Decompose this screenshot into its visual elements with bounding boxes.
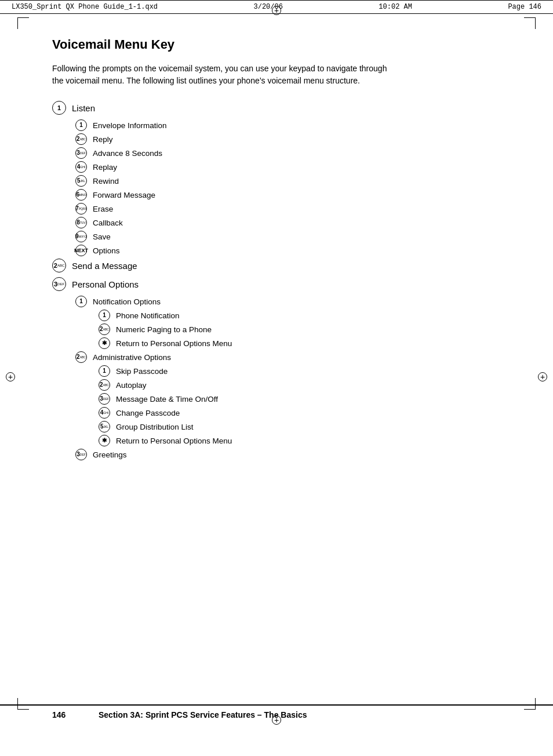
menu-item-label: Return to Personal Options Menu bbox=[116, 339, 232, 348]
menu-item: 4GHI Change Passcode bbox=[99, 407, 501, 419]
menu-item-label: Erase bbox=[93, 205, 113, 213]
menu-item-label: Group Distribution List bbox=[116, 423, 194, 431]
key-2-icon: 2ABC bbox=[99, 324, 110, 335]
reg-mark-left bbox=[6, 372, 15, 384]
menu-item-label: Notification Options bbox=[93, 297, 161, 306]
menu-item-label: Message Date & Time On/Off bbox=[116, 395, 218, 404]
key-3-icon: 3DEF bbox=[52, 277, 66, 291]
menu-item: 1 Listen bbox=[52, 101, 501, 115]
menu-item: 3DEF Personal Options bbox=[52, 277, 501, 291]
menu-item-label: Send a Message bbox=[72, 261, 137, 271]
menu-item: 1 Skip Passcode bbox=[99, 365, 501, 377]
menu-item-label: Greetings bbox=[93, 450, 127, 459]
menu-item-label: Replay bbox=[93, 163, 117, 172]
menu-item: 4GHI Replay bbox=[75, 161, 501, 173]
menu-item: 1 Envelope Information bbox=[75, 119, 501, 131]
menu-item-label: Autoplay bbox=[116, 381, 147, 390]
menu-item: 1 Phone Notification bbox=[99, 310, 501, 321]
key-1-icon: 1 bbox=[99, 310, 110, 321]
menu-item: 3DEF Advance 8 Seconds bbox=[75, 147, 501, 159]
page-container: LX350_Sprint QX Phone Guide_1-1.qxd 3/20… bbox=[0, 0, 553, 756]
key-*-icon: ✱ bbox=[99, 435, 110, 446]
key-2-icon: 2ABC bbox=[52, 259, 66, 272]
key-1-icon: 1 bbox=[99, 365, 110, 377]
menu-item: 2ABC Send a Message bbox=[52, 259, 501, 272]
menu-item-label: Reply bbox=[93, 135, 113, 144]
key-2-icon: 2ABC bbox=[75, 133, 87, 145]
key-9-icon: 9WXYZ bbox=[75, 231, 87, 242]
key-3-icon: 3DEF bbox=[99, 393, 110, 405]
menu-item: 2ABC Administrative Options bbox=[75, 351, 501, 363]
menu-root: 1 Listen 1 Envelope Information 2ABC Rep… bbox=[52, 101, 501, 460]
key-0-icon: NEXT bbox=[75, 245, 87, 256]
menu-item-label: Envelope Information bbox=[93, 121, 167, 130]
menu-item-label: Forward Message bbox=[93, 191, 155, 199]
menu-item-label: Options bbox=[93, 246, 120, 255]
menu-item: 1 Notification Options bbox=[75, 296, 501, 307]
menu-item-label: Skip Passcode bbox=[116, 367, 168, 376]
menu-item: 5JKL Rewind bbox=[75, 175, 501, 187]
page-title: Voicemail Menu Key bbox=[52, 37, 501, 52]
menu-item: 7PQRS Erase bbox=[75, 203, 501, 215]
key-4-icon: 4GHI bbox=[99, 407, 110, 419]
menu-item: ✱ Return to Personal Options Menu bbox=[99, 435, 501, 446]
menu-item: 2ABC Autoplay bbox=[99, 379, 501, 391]
menu-item-label: Numeric Paging to a Phone bbox=[116, 325, 212, 334]
menu-item-label: Administrative Options bbox=[93, 353, 171, 362]
menu-item-label: Personal Options bbox=[72, 279, 139, 289]
key-3-icon: 3DEF bbox=[75, 147, 87, 159]
key-1-icon: 1 bbox=[52, 101, 66, 115]
reg-mark-right bbox=[538, 372, 547, 384]
menu-item-label: Callback bbox=[93, 219, 123, 227]
key-4-icon: 4GHI bbox=[75, 161, 87, 173]
menu-item-label: Return to Personal Options Menu bbox=[116, 437, 232, 445]
menu-item: NEXT Options bbox=[75, 245, 501, 256]
menu-item-label: Phone Notification bbox=[116, 311, 180, 320]
menu-item: 3DEF Greetings bbox=[75, 449, 501, 460]
crop-mark-tr bbox=[524, 17, 536, 29]
header-filename: LX350_Sprint QX Phone Guide_1-1.qxd bbox=[12, 3, 158, 11]
reg-mark-top bbox=[272, 6, 281, 17]
key-6-icon: 6MNO bbox=[75, 189, 87, 201]
menu-item-label: Advance 8 Seconds bbox=[93, 149, 162, 158]
menu-item-label: Listen bbox=[72, 103, 95, 113]
key-5-icon: 5JKL bbox=[99, 421, 110, 432]
menu-item-label: Rewind bbox=[93, 177, 119, 186]
menu-item: 9WXYZ Save bbox=[75, 231, 501, 242]
menu-item: 6MNO Forward Message bbox=[75, 189, 501, 201]
menu-item: 2ABC Reply bbox=[75, 133, 501, 145]
menu-item: ✱ Return to Personal Options Menu bbox=[99, 337, 501, 349]
reg-mark-bottom bbox=[272, 715, 281, 727]
key-5-icon: 5JKL bbox=[75, 175, 87, 187]
crop-mark-tl bbox=[17, 17, 29, 29]
key-*-icon: ✱ bbox=[99, 337, 110, 349]
menu-item-label: Save bbox=[93, 232, 111, 241]
content-area: Voicemail Menu Key Following the prompts… bbox=[0, 14, 553, 486]
key-2-icon: 2ABC bbox=[99, 379, 110, 391]
menu-item: 5JKL Group Distribution List bbox=[99, 421, 501, 432]
menu-item: 3DEF Message Date & Time On/Off bbox=[99, 393, 501, 405]
key-3-icon: 3DEF bbox=[75, 449, 87, 460]
key-2-icon: 2ABC bbox=[75, 351, 87, 363]
menu-item: 2ABC Numeric Paging to a Phone bbox=[99, 324, 501, 335]
intro-text: Following the prompts on the voicemail s… bbox=[52, 63, 388, 87]
header-page: Page 146 bbox=[508, 3, 541, 11]
key-1-icon: 1 bbox=[75, 119, 87, 131]
header-time: 10:02 AM bbox=[379, 3, 412, 11]
menu-item-label: Change Passcode bbox=[116, 409, 180, 417]
key-8-icon: 8TUV bbox=[75, 217, 87, 228]
key-7-icon: 7PQRS bbox=[75, 203, 87, 215]
menu-item: 8TUV Callback bbox=[75, 217, 501, 228]
footer-page-number: 146 bbox=[52, 710, 87, 719]
key-1-icon: 1 bbox=[75, 296, 87, 307]
